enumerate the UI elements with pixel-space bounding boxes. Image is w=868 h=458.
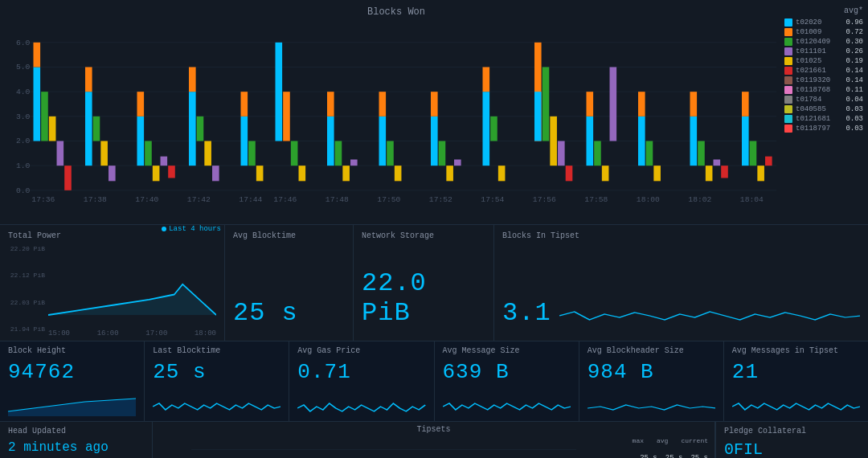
legend-name-t0118768: t0118768 xyxy=(796,86,841,94)
svg-text:17:58: 17:58 xyxy=(584,196,608,204)
svg-text:17:42: 17:42 xyxy=(187,196,211,204)
blocks-tipset-sparkline xyxy=(559,300,860,332)
legend-val-t01025: 0.19 xyxy=(844,57,863,65)
svg-rect-56 xyxy=(446,166,453,181)
svg-text:17:38: 17:38 xyxy=(84,196,107,204)
svg-rect-20 xyxy=(85,92,92,166)
svg-rect-27 xyxy=(145,141,152,166)
svg-rect-65 xyxy=(550,117,557,166)
svg-rect-47 xyxy=(342,166,350,181)
legend-color-t01784 xyxy=(784,96,792,104)
svg-rect-60 xyxy=(490,117,497,141)
legend-val-t011101: 0.26 xyxy=(844,47,863,55)
last-blocktime-title: Last Blocktime xyxy=(153,346,280,355)
last-blocktime-svg xyxy=(153,397,280,416)
legend-color-t0118768 xyxy=(784,86,792,94)
avg-messages-tipset-title: Avg Messages in Tipset xyxy=(732,346,860,355)
svg-rect-52 xyxy=(395,166,402,181)
legend-item-t01784: t01784 0.04 xyxy=(784,96,863,104)
svg-rect-42 xyxy=(291,141,298,166)
svg-rect-36 xyxy=(241,117,248,166)
svg-rect-74 xyxy=(638,92,645,117)
svg-rect-40 xyxy=(276,43,283,141)
legend-item-t040585: t040585 0.03 xyxy=(784,105,863,113)
tipsets-stats-values: 25 s 25 s 25 s xyxy=(579,454,708,458)
chart-area: 0.0 1.0 2.0 3.0 4.0 5.0 6.0 xyxy=(16,21,776,206)
legend-color-t01025 xyxy=(784,57,792,65)
avg-message-svg xyxy=(443,397,571,416)
pledge-collateral-panel: Pledge Collateral 0FIL xyxy=(715,422,868,458)
legend-color-t040585 xyxy=(784,105,792,113)
bottom-info-row: Head Updated 2 minutes ago Tipsets 40 s … xyxy=(0,422,868,458)
avg-message-size-chart xyxy=(443,397,571,416)
svg-text:17:44: 17:44 xyxy=(239,196,263,204)
power-x-4: 18:00 xyxy=(194,329,216,337)
avg-gas-price-panel: Avg Gas Price 0.71 xyxy=(289,341,434,421)
avg-message-size-value: 639 B xyxy=(443,360,571,384)
tipsets-content: 40 s 30 s 20 s 10 s xyxy=(159,436,708,458)
svg-rect-39 xyxy=(256,166,264,181)
blocks-tipset-value: 3.1 xyxy=(502,298,551,328)
avg-gas-price-value: 0.71 xyxy=(297,360,425,384)
avg-blocktime-value: 25 s xyxy=(233,298,345,328)
svg-rect-48 xyxy=(350,160,358,166)
legend-item-t02020: t02020 0.96 xyxy=(784,18,863,27)
avg-gas-price-chart xyxy=(297,397,425,416)
power-x-axis: 15:00 16:00 17:00 18:00 xyxy=(48,329,216,337)
tipsets-y-axis: 40 s 30 s 20 s 10 s xyxy=(159,436,188,458)
svg-rect-59 xyxy=(483,67,490,92)
svg-rect-23 xyxy=(100,141,108,166)
legend-name-t01784: t01784 xyxy=(796,96,841,104)
tipsets-stat-avg-label: avg xyxy=(657,437,668,444)
network-storage-value: 22.0 PiB xyxy=(362,268,485,328)
svg-rect-26 xyxy=(137,92,145,117)
legend-avg-header: avg* xyxy=(784,6,863,15)
legend-val-t01784: 0.04 xyxy=(844,96,863,104)
legend-name-t0118797: t0118797 xyxy=(796,125,841,133)
svg-rect-46 xyxy=(335,141,342,166)
power-x-2: 16:00 xyxy=(97,329,119,337)
svg-rect-32 xyxy=(189,67,196,92)
avg-blockheader-panel: Avg Blockheader Size 984 B xyxy=(579,341,724,421)
power-y-2: 22.12 PiB xyxy=(8,272,45,279)
legend-name-t011101: t011101 xyxy=(796,47,841,55)
svg-text:5.0: 5.0 xyxy=(16,63,30,72)
tipsets-stat-avg: 25 s xyxy=(665,454,683,458)
svg-text:6.0: 6.0 xyxy=(16,39,30,47)
tipsets-chart-area: 17:40 17:45 17:50 17:55 18:00 18:05 xyxy=(191,436,576,458)
tipsets-panel: Tipsets 40 s 30 s 20 s 10 s xyxy=(153,422,715,458)
legend-color-t0118797 xyxy=(784,125,792,133)
legend-val-t02020: 0.96 xyxy=(844,18,863,27)
blocks-won-chart-main: Blocks Won 0.0 1.0 2.0 3.0 4.0 xyxy=(0,0,780,224)
blocks-tipset-title: Blocks In Tipset xyxy=(502,231,860,240)
last4h-label: Last 4 hours xyxy=(162,225,221,233)
svg-rect-81 xyxy=(714,160,721,166)
avg-messages-tipset-chart xyxy=(732,397,860,416)
svg-rect-69 xyxy=(587,92,594,117)
power-chart-area: 15:00 16:00 17:00 18:00 xyxy=(48,243,216,334)
svg-rect-73 xyxy=(638,117,645,166)
network-storage-title: Network Storage xyxy=(362,231,485,240)
svg-rect-50 xyxy=(379,92,387,117)
head-updated-value: 2 minutes ago xyxy=(8,440,144,455)
avg-message-size-panel: Avg Message Size 639 B xyxy=(435,341,579,421)
tipsets-svg xyxy=(191,436,576,458)
svg-rect-87 xyxy=(765,157,772,166)
svg-rect-86 xyxy=(757,166,764,181)
svg-text:17:36: 17:36 xyxy=(31,196,55,204)
block-height-chart xyxy=(8,397,136,416)
legend-color-t0119320 xyxy=(784,76,792,84)
avg-gas-svg xyxy=(297,397,425,416)
svg-rect-24 xyxy=(108,166,116,181)
power-y-min: 21.94 PiB xyxy=(8,325,45,333)
legend-val-t0119320: 0.14 xyxy=(844,76,863,84)
svg-text:2.0: 2.0 xyxy=(16,137,30,145)
svg-rect-63 xyxy=(534,92,542,141)
legend-item-t021661: t021661 0.14 xyxy=(784,67,863,75)
svg-text:17:50: 17:50 xyxy=(377,196,400,204)
legend-name-t040585: t040585 xyxy=(796,105,841,113)
avg-message-size-title: Avg Message Size xyxy=(443,346,571,355)
power-x-3: 17:00 xyxy=(145,329,167,337)
legend-item-t01009: t01009 0.72 xyxy=(784,28,863,36)
svg-rect-41 xyxy=(283,92,290,141)
